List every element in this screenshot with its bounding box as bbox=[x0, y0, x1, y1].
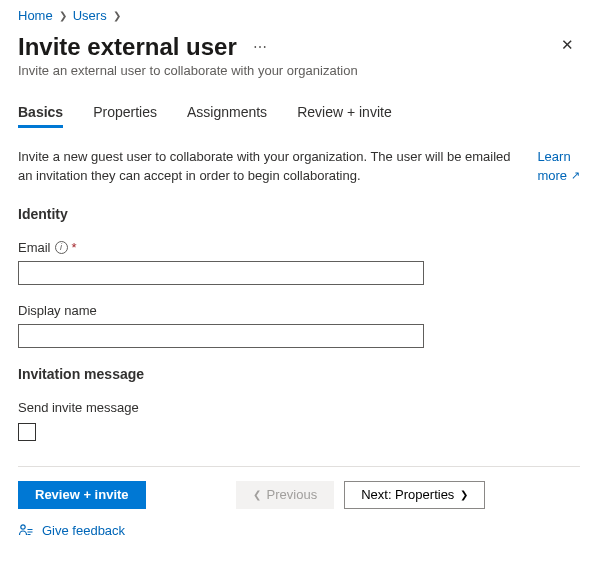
more-actions-button[interactable]: ⋯ bbox=[249, 39, 272, 55]
learn-more-link[interactable]: Learn more ↗ bbox=[537, 148, 580, 186]
learn-more-text-2: more bbox=[537, 167, 567, 186]
tab-bar: Basics Properties Assignments Review + i… bbox=[18, 100, 580, 128]
chevron-right-icon: ❯ bbox=[59, 10, 67, 21]
previous-label: Previous bbox=[267, 487, 318, 502]
send-invite-label: Send invite message bbox=[18, 400, 139, 415]
page-subtitle: Invite an external user to collaborate w… bbox=[18, 63, 580, 78]
footer-separator bbox=[18, 466, 580, 467]
page-title: Invite external user bbox=[18, 33, 237, 61]
breadcrumb-users[interactable]: Users bbox=[73, 8, 107, 23]
tab-properties[interactable]: Properties bbox=[93, 100, 157, 128]
info-icon[interactable]: i bbox=[55, 241, 68, 254]
invitation-heading: Invitation message bbox=[18, 366, 580, 382]
review-invite-button[interactable]: Review + invite bbox=[18, 481, 146, 509]
chevron-right-icon: ❯ bbox=[113, 10, 121, 21]
learn-more-text-1: Learn bbox=[537, 148, 570, 167]
tab-review-invite[interactable]: Review + invite bbox=[297, 100, 392, 128]
give-feedback-link[interactable]: Give feedback bbox=[18, 523, 125, 539]
external-link-icon: ↗ bbox=[571, 168, 580, 184]
required-indicator: * bbox=[72, 240, 77, 255]
chevron-left-icon: ❮ bbox=[253, 489, 261, 500]
identity-heading: Identity bbox=[18, 206, 580, 222]
intro-text: Invite a new guest user to collaborate w… bbox=[18, 148, 521, 186]
send-invite-checkbox[interactable] bbox=[18, 423, 36, 441]
email-field[interactable] bbox=[18, 261, 424, 285]
close-button[interactable]: ✕ bbox=[555, 33, 580, 56]
feedback-label: Give feedback bbox=[42, 523, 125, 538]
tab-basics[interactable]: Basics bbox=[18, 100, 63, 128]
previous-button: ❮ Previous bbox=[236, 481, 335, 509]
tab-assignments[interactable]: Assignments bbox=[187, 100, 267, 128]
email-label: Email bbox=[18, 240, 51, 255]
close-icon: ✕ bbox=[561, 36, 574, 53]
next-label: Next: Properties bbox=[361, 487, 454, 502]
feedback-icon bbox=[18, 523, 34, 539]
svg-point-0 bbox=[21, 524, 25, 528]
next-button[interactable]: Next: Properties ❯ bbox=[344, 481, 485, 509]
breadcrumb: Home ❯ Users ❯ bbox=[18, 8, 580, 23]
display-name-label: Display name bbox=[18, 303, 97, 318]
breadcrumb-home[interactable]: Home bbox=[18, 8, 53, 23]
display-name-field[interactable] bbox=[18, 324, 424, 348]
chevron-right-icon: ❯ bbox=[460, 489, 468, 500]
review-invite-label: Review + invite bbox=[35, 487, 129, 502]
